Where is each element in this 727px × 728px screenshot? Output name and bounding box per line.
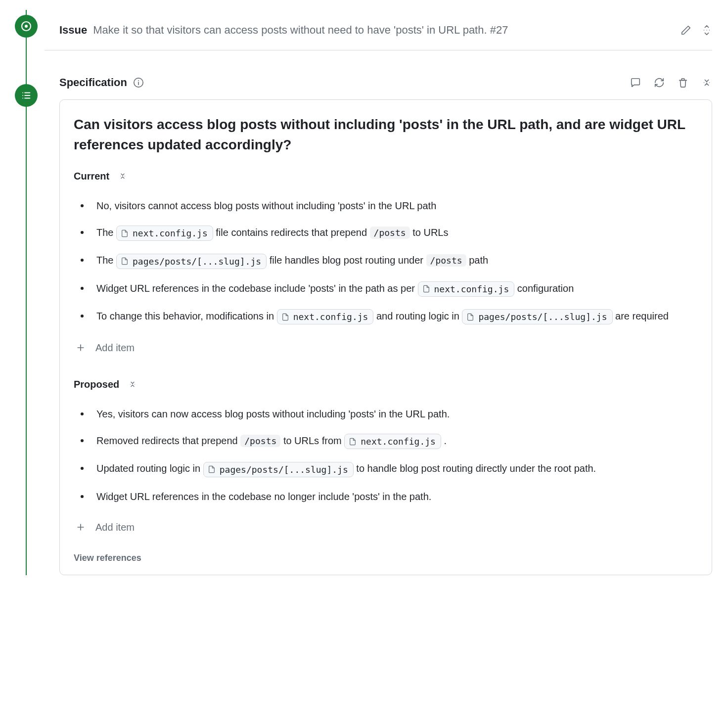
svg-point-5: [22, 92, 23, 93]
proposed-collapse-button[interactable]: [128, 380, 137, 389]
item-text: Yes, visitors can now access blog posts …: [96, 409, 450, 419]
refresh-button[interactable]: [654, 77, 665, 88]
add-proposed-item-button[interactable]: Add item: [74, 516, 698, 543]
timeline: Issue Make it so that visitors can acces…: [15, 10, 712, 575]
svg-point-7: [22, 98, 23, 99]
spec-actions: [630, 77, 712, 88]
code-inline: /posts: [240, 435, 280, 447]
file-chip-label: next.config.js: [133, 227, 208, 240]
file-chip-label: pages/posts/[...slug].js: [133, 255, 261, 268]
item-text: Widget URL references in the codebase in…: [96, 283, 418, 294]
list-item: Updated routing logic in pages/posts/[..…: [74, 455, 698, 483]
file-chip[interactable]: next.config.js: [344, 434, 441, 449]
code-inline: /posts: [370, 227, 410, 239]
fold-icon: [118, 172, 127, 181]
item-text: file contains redirects that prepend: [216, 227, 369, 238]
issue-actions: [681, 25, 712, 36]
file-icon: [422, 285, 430, 293]
file-chip[interactable]: pages/posts/[...slug].js: [203, 462, 354, 477]
edit-button[interactable]: [681, 25, 691, 36]
plus-icon: [76, 522, 86, 532]
file-chip-label: next.config.js: [361, 435, 436, 448]
current-section-header: Current: [74, 169, 698, 183]
unfold-icon: [701, 25, 712, 36]
spec-header-left: Specification: [59, 74, 144, 91]
item-text: The: [96, 255, 116, 266]
svg-point-1: [25, 25, 28, 28]
plus-icon: [76, 343, 86, 353]
item-text: No, visitors cannot access blog posts wi…: [96, 200, 436, 211]
current-collapse-button[interactable]: [118, 172, 127, 181]
issue-header-left: Issue Make it so that visitors can acces…: [59, 22, 508, 38]
collapse-button[interactable]: [701, 77, 712, 88]
list-item: To change this behavior, modifications i…: [74, 303, 698, 330]
code-inline: /posts: [426, 254, 466, 267]
add-item-label: Add item: [95, 520, 135, 535]
svg-point-24: [135, 384, 135, 384]
list-item: The pages/posts/[...slug].js file handle…: [74, 247, 698, 274]
item-text: To change this behavior, modifications i…: [96, 311, 277, 321]
list-item: Removed redirects that prepend /posts to…: [74, 427, 698, 455]
item-text: Widget URL references in the codebase no…: [96, 491, 431, 502]
comment-icon: [630, 77, 641, 88]
issue-type-label: Issue: [59, 22, 87, 38]
svg-point-18: [123, 176, 123, 177]
file-chip[interactable]: pages/posts/[...slug].js: [116, 254, 267, 269]
item-text: Updated routing logic in: [96, 463, 203, 474]
list-item: Yes, visitors can now access blog posts …: [74, 401, 698, 427]
file-icon: [349, 438, 357, 446]
file-icon: [121, 257, 129, 265]
item-text: configuration: [517, 283, 574, 294]
issue-open-icon: [20, 20, 32, 32]
svg-point-9: [706, 30, 707, 30]
svg-point-16: [709, 82, 710, 83]
list-item: The next.config.js file contains redirec…: [74, 219, 698, 247]
proposed-label: Proposed: [74, 377, 119, 392]
svg-point-19: [125, 176, 125, 177]
delete-button[interactable]: [678, 77, 688, 88]
svg-point-14: [704, 82, 704, 83]
issue-header: Issue Make it so that visitors can acces…: [45, 10, 712, 50]
spec-card: Can visitors access blog posts without i…: [59, 99, 712, 575]
trash-icon: [678, 77, 688, 88]
file-chip[interactable]: pages/posts/[...slug].js: [462, 309, 612, 324]
comment-button[interactable]: [630, 77, 641, 88]
spec-card-title: Can visitors access blog posts without i…: [74, 115, 698, 155]
list-icon: [21, 90, 32, 101]
item-text: to handle blog post routing directly und…: [356, 463, 596, 474]
item-text: Removed redirects that prepend: [96, 435, 240, 446]
file-chip-label: pages/posts/[...slug].js: [220, 463, 348, 476]
current-list: No, visitors cannot access blog posts wi…: [74, 192, 698, 330]
fold-icon: [701, 77, 712, 88]
item-text: file handles blog post routing under: [270, 255, 426, 266]
svg-point-22: [130, 384, 131, 384]
list-item: Widget URL references in the codebase in…: [74, 275, 698, 303]
item-text: path: [469, 255, 488, 266]
svg-point-17: [120, 176, 121, 177]
file-icon: [466, 313, 474, 321]
view-references-button[interactable]: View references: [74, 551, 698, 565]
add-item-label: Add item: [95, 340, 135, 355]
info-button[interactable]: [133, 77, 144, 88]
svg-point-23: [133, 384, 133, 384]
pencil-icon: [681, 25, 691, 36]
item-text: The: [96, 227, 116, 238]
svg-point-13: [138, 80, 139, 81]
file-chip[interactable]: next.config.js: [277, 309, 374, 324]
file-icon: [281, 313, 289, 321]
add-current-item-button[interactable]: Add item: [74, 336, 698, 363]
proposed-section-header: Proposed: [74, 377, 698, 392]
item-text: to URLs: [412, 227, 448, 238]
file-chip[interactable]: next.config.js: [418, 281, 515, 297]
file-chip-label: pages/posts/[...slug].js: [478, 310, 607, 323]
file-icon: [208, 465, 216, 473]
issue-title: Make it so that visitors can access post…: [93, 22, 508, 38]
spec-label: Specification: [59, 74, 127, 91]
svg-point-10: [709, 30, 710, 30]
expand-button[interactable]: [701, 25, 712, 36]
info-icon: [133, 77, 144, 88]
fold-icon: [128, 380, 137, 389]
file-chip[interactable]: next.config.js: [116, 226, 213, 241]
spec-header: Specification: [45, 50, 712, 99]
svg-point-6: [22, 95, 23, 96]
